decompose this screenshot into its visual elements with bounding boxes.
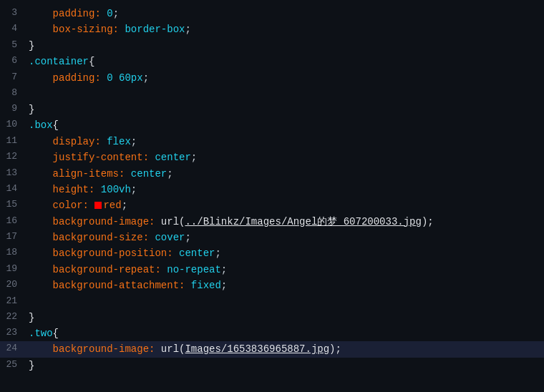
line-content: .container{: [29, 54, 544, 69]
line-number: 21: [0, 294, 29, 309]
line-content: background-repeat: no-repeat;: [29, 262, 544, 278]
line-number: 23: [0, 325, 29, 340]
token: no-repeat: [167, 264, 221, 275]
line-number: 22: [0, 310, 29, 325]
line-number: 10: [0, 117, 29, 132]
token: {: [89, 56, 94, 67]
line-number: 3: [0, 6, 29, 21]
code-line-24: 24 background-image: url(Images/16538369…: [0, 341, 544, 357]
token: padding:: [29, 8, 107, 19]
code-line-21: 21: [0, 294, 544, 310]
code-line-15: 15 color: red;: [0, 197, 544, 213]
code-line-8: 8: [0, 86, 544, 102]
line-content: .two{: [29, 325, 544, 341]
token: ;: [131, 184, 137, 195]
token: url(: [161, 343, 185, 355]
token: ;: [143, 72, 149, 84]
line-number: 18: [0, 245, 29, 260]
line-number: 24: [0, 341, 29, 356]
token: }: [29, 360, 34, 371]
token: cover: [155, 232, 185, 243]
code-line-4: 4 box-sizing: border-box;: [0, 21, 544, 37]
code-line-6: 6.container{: [0, 54, 544, 69]
token: .two: [29, 328, 53, 339]
token: center: [179, 248, 215, 259]
token: height:: [29, 184, 101, 195]
line-content: justify-content: center;: [29, 150, 544, 165]
token: ;: [215, 248, 220, 259]
code-line-17: 17 background-size: cover;: [0, 230, 544, 245]
line-number: 14: [0, 182, 29, 197]
code-line-10: 10.box{: [0, 117, 544, 133]
line-number: 5: [0, 38, 29, 53]
line-content: .box{: [29, 117, 544, 133]
token: background-image:: [29, 216, 161, 227]
token: ;: [113, 8, 119, 19]
token: ;: [191, 152, 197, 163]
code-line-20: 20 background-attachment: fixed;: [0, 278, 544, 293]
line-number: 25: [0, 358, 29, 373]
line-number: 9: [0, 102, 29, 117]
token: color:: [29, 200, 94, 211]
line-content: align-items: center;: [29, 166, 544, 182]
token: ;: [185, 232, 190, 243]
line-number: 13: [0, 166, 29, 181]
line-number: 20: [0, 278, 29, 293]
line-content: box-sizing: border-box;: [29, 21, 544, 37]
line-number: 16: [0, 214, 29, 229]
line-number: 15: [0, 197, 29, 212]
line-number: 11: [0, 134, 29, 149]
line-content: padding: 0 60px;: [29, 70, 544, 86]
token: }: [29, 104, 34, 115]
code-line-23: 23.two{: [0, 325, 544, 341]
token: background-image:: [29, 343, 161, 355]
line-number: 4: [0, 21, 29, 36]
line-number: 12: [0, 150, 29, 165]
code-line-7: 7 padding: 0 60px;: [0, 70, 544, 86]
code-line-9: 9}: [0, 102, 544, 117]
token: background-attachment:: [29, 280, 191, 291]
line-content: height: 100vh;: [29, 182, 544, 197]
line-number: 7: [0, 70, 29, 85]
line-content: background-image: url(Images/16538369658…: [29, 341, 544, 357]
token: ../Blinkz/Images/Angel的梦_607200033.jpg: [185, 216, 421, 227]
token: red: [103, 200, 121, 211]
line-content: }: [29, 102, 544, 117]
color-swatch-icon: [94, 202, 102, 209]
line-content: color: red;: [29, 197, 544, 213]
line-number: 17: [0, 230, 29, 245]
token: padding:: [29, 72, 107, 84]
code-line-11: 11 display: flex;: [0, 134, 544, 150]
token: ;: [221, 264, 227, 275]
token: box-sizing:: [29, 24, 125, 35]
token: center: [131, 168, 167, 180]
line-content: background-position: center;: [29, 245, 544, 261]
token: }: [29, 40, 34, 52]
token: url(: [161, 216, 185, 227]
token: ;: [122, 200, 127, 211]
token: center: [155, 152, 190, 163]
token: ;: [131, 136, 137, 147]
token: }: [29, 312, 34, 323]
token: justify-content:: [29, 152, 155, 163]
token: background-size:: [29, 232, 155, 243]
code-line-3: 3 padding: 0;: [0, 6, 544, 21]
code-editor: 3 padding: 0;4 box-sizing: border-box;5}…: [0, 0, 544, 392]
line-number: 6: [0, 54, 29, 69]
token: 100vh: [101, 184, 131, 195]
line-number: 19: [0, 262, 29, 277]
code-line-5: 5}: [0, 38, 544, 54]
token: );: [422, 216, 434, 227]
token: ;: [185, 24, 190, 35]
token: 0 60px: [107, 72, 142, 84]
token: border-box: [125, 24, 185, 35]
token: fixed: [191, 280, 221, 291]
token: background-position:: [29, 248, 179, 259]
token: {: [53, 119, 59, 131]
token: );: [329, 343, 341, 355]
code-line-12: 12 justify-content: center;: [0, 150, 544, 165]
token: 0: [107, 8, 112, 19]
code-line-16: 16 background-image: url(../Blinkz/Image…: [0, 214, 544, 230]
line-number: 8: [0, 86, 29, 101]
code-line-18: 18 background-position: center;: [0, 245, 544, 261]
